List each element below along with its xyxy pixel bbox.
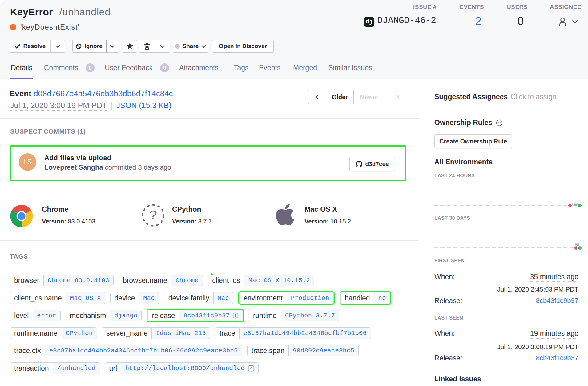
- svg-text:?: ?: [150, 207, 157, 222]
- svg-text:?: ?: [498, 121, 501, 125]
